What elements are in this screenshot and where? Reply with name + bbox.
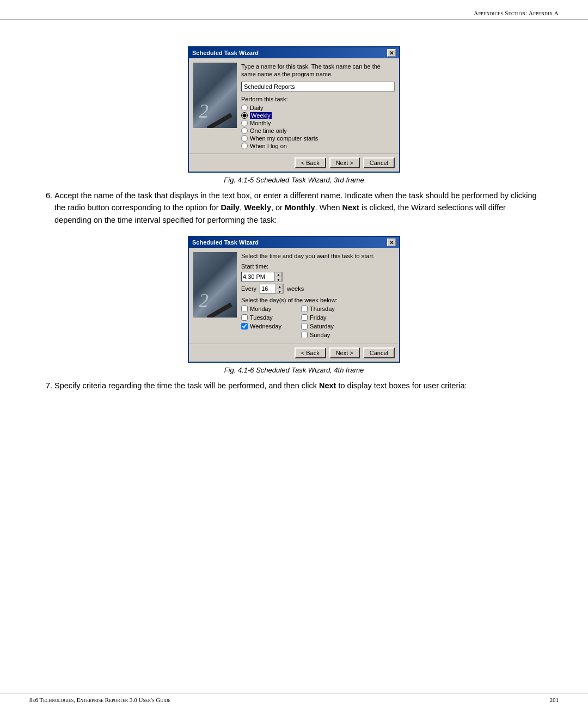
checkbox-tuesday: Tuesday xyxy=(241,314,301,321)
dialog-2-content: Select the time and day you want this ta… xyxy=(241,252,395,339)
dialog-1-title: Scheduled Task Wizard xyxy=(192,50,259,56)
checkbox-friday-input[interactable] xyxy=(301,314,308,321)
dialog-2: Scheduled Task Wizard ✕ Select the time … xyxy=(188,236,400,363)
radio-daily-input[interactable] xyxy=(241,105,248,111)
every-row: Every ▲ ▼ weeks xyxy=(241,284,395,294)
weeks-label: weeks xyxy=(287,285,304,292)
figure-2-block: Scheduled Task Wizard ✕ Select the time … xyxy=(44,236,544,374)
dialog-1-content: Type a name for this task. The task name… xyxy=(241,63,395,149)
steps-list-1: Accept the name of the task that display… xyxy=(44,190,544,226)
dialog-2-back-button[interactable]: < Back xyxy=(295,347,326,358)
dialog-2-body: Select the time and day you want this ta… xyxy=(189,248,399,344)
footer-right: 201 xyxy=(550,697,559,703)
step-7: Specify criteria regarding the time the … xyxy=(54,380,544,392)
header-text: Appendices Section: Appendix A xyxy=(474,10,559,16)
radio-daily-label: Daily xyxy=(250,105,263,111)
checkbox-sunday: Sunday xyxy=(301,332,361,338)
dialog-2-close-button[interactable]: ✕ xyxy=(387,239,396,246)
checkbox-sunday-label: Sunday xyxy=(310,332,330,338)
every-arrows: ▲ ▼ xyxy=(275,284,283,293)
figure-1-block: Scheduled Task Wizard ✕ Type a name for … xyxy=(44,46,544,184)
dialog-2-footer: < Back Next > Cancel xyxy=(189,344,399,362)
radio-weekly: Weekly xyxy=(241,112,395,119)
figure-1-caption: Fig. 4:1-5 Scheduled Task Wizard, 3rd fr… xyxy=(224,176,364,184)
perform-label: Perform this task: xyxy=(241,96,395,102)
start-time-input[interactable] xyxy=(242,273,274,280)
start-time-label: Start time: xyxy=(241,263,395,270)
checkbox-monday-input[interactable] xyxy=(241,306,248,312)
dialog-1-titlebar: Scheduled Task Wizard ✕ xyxy=(189,47,399,58)
frequency-radio-group: Daily Weekly Monthly One time only xyxy=(241,105,395,149)
radio-monthly: Monthly xyxy=(241,120,395,126)
radio-monthly-label: Monthly xyxy=(250,120,271,126)
radio-weekly-input[interactable] xyxy=(241,112,248,119)
checkbox-friday: Friday xyxy=(301,314,361,321)
radio-onetime-label: One time only xyxy=(250,127,287,134)
radio-logon-label: When I log on xyxy=(250,143,287,149)
days-grid: Monday Thursday Tuesday xyxy=(241,306,395,339)
checkbox-saturday-label: Saturday xyxy=(310,323,334,329)
dialog-1-back-button[interactable]: < Back xyxy=(295,157,326,168)
radio-startup-label: When my computer starts xyxy=(250,135,318,142)
checkbox-saturday: Saturday xyxy=(301,323,361,329)
radio-logon-input[interactable] xyxy=(241,143,248,149)
dialog-2-cancel-button[interactable]: Cancel xyxy=(363,347,395,358)
dialog-1: Scheduled Task Wizard ✕ Type a name for … xyxy=(188,46,400,173)
every-input[interactable] xyxy=(260,285,275,292)
checkbox-thursday: Thursday xyxy=(301,306,361,312)
start-time-spinbox: ▲ ▼ xyxy=(241,272,283,282)
checkbox-monday: Monday xyxy=(241,306,301,312)
checkbox-saturday-input[interactable] xyxy=(301,323,308,329)
checkbox-tuesday-input[interactable] xyxy=(241,314,248,321)
radio-daily: Daily xyxy=(241,105,395,111)
dialog-2-image xyxy=(193,252,237,318)
checkbox-thursday-input[interactable] xyxy=(301,306,308,312)
every-up-arrow[interactable]: ▲ xyxy=(276,284,283,289)
dialog-1-cancel-button[interactable]: Cancel xyxy=(363,157,395,168)
dialog-1-image xyxy=(193,63,237,128)
pen-decoration xyxy=(207,113,232,128)
every-label: Every xyxy=(241,285,256,292)
radio-logon: When I log on xyxy=(241,143,395,149)
days-label: Select the day(s) of the week below: xyxy=(241,297,395,303)
dialog-1-next-button[interactable]: Next > xyxy=(329,157,360,168)
dialog-1-footer: < Back Next > Cancel xyxy=(189,154,399,172)
radio-monthly-input[interactable] xyxy=(241,120,248,126)
dialog-1-close-button[interactable]: ✕ xyxy=(387,49,396,57)
radio-onetime: One time only xyxy=(241,127,395,134)
checkbox-sunday-input[interactable] xyxy=(301,332,308,338)
task-name-input[interactable] xyxy=(241,82,395,91)
checkbox-wednesday-input[interactable] xyxy=(241,323,248,329)
radio-startup: When my computer starts xyxy=(241,135,395,142)
radio-startup-input[interactable] xyxy=(241,135,248,142)
every-down-arrow[interactable]: ▼ xyxy=(276,289,283,294)
radio-weekly-label: Weekly xyxy=(250,112,272,119)
step-7-text: Specify criteria regarding the time the … xyxy=(54,380,544,392)
main-content: Scheduled Task Wizard ✕ Type a name for … xyxy=(0,20,588,416)
dialog-2-description: Select the time and day you want this ta… xyxy=(241,252,395,260)
step-6-text: Accept the name of the task that display… xyxy=(54,190,544,226)
start-time-up-arrow[interactable]: ▲ xyxy=(275,272,282,277)
page-footer: 8e6 Technologies, Enterprise Reporter 3.… xyxy=(0,693,588,703)
radio-onetime-input[interactable] xyxy=(241,127,248,134)
page-header: Appendices Section: Appendix A xyxy=(0,0,588,20)
start-time-down-arrow[interactable]: ▼ xyxy=(275,277,282,282)
pen-decoration-2 xyxy=(207,303,232,318)
dialog-1-description: Type a name for this task. The task name… xyxy=(241,63,395,78)
checkbox-tuesday-label: Tuesday xyxy=(250,314,273,321)
dialog-1-body: Type a name for this task. The task name… xyxy=(189,58,399,154)
figure-2-caption: Fig. 4:1-6 Scheduled Task Wizard, 4th fr… xyxy=(224,366,364,374)
checkbox-thursday-label: Thursday xyxy=(310,306,335,312)
dialog-2-titlebar: Scheduled Task Wizard ✕ xyxy=(189,237,399,248)
checkbox-monday-label: Monday xyxy=(250,306,271,312)
start-time-arrows: ▲ ▼ xyxy=(274,272,282,281)
every-spinbox: ▲ ▼ xyxy=(260,284,284,294)
dialog-2-title: Scheduled Task Wizard xyxy=(192,239,259,246)
checkbox-friday-label: Friday xyxy=(310,314,327,321)
checkbox-wednesday: Wednesday xyxy=(241,323,301,329)
step-6: Accept the name of the task that display… xyxy=(54,190,544,226)
steps-list-2: Specify criteria regarding the time the … xyxy=(44,380,544,392)
checkbox-wednesday-label: Wednesday xyxy=(250,323,281,329)
dialog-2-next-button[interactable]: Next > xyxy=(329,347,360,358)
footer-left: 8e6 Technologies, Enterprise Reporter 3.… xyxy=(29,697,170,703)
